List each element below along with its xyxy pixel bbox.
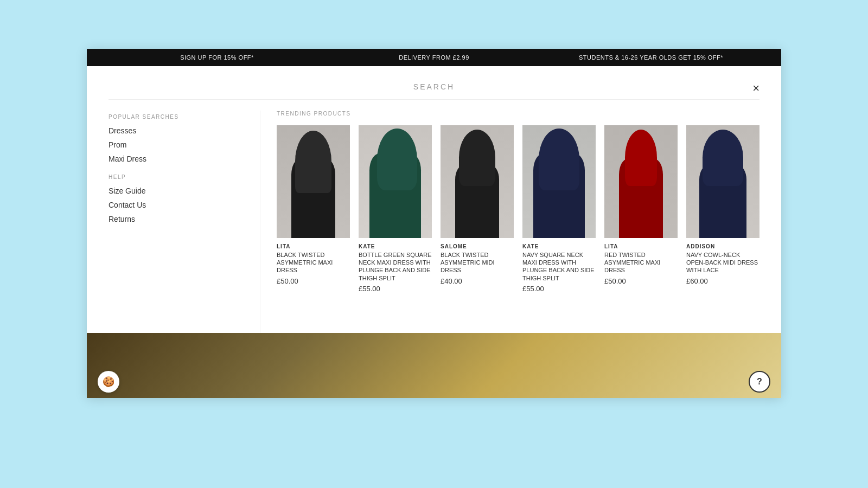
search-header: SEARCH × [108,77,760,100]
product-card-5[interactable]: LITA RED TWISTED ASYMMETRIC MAXI DRESS £… [604,125,678,293]
sidebar-link-contact-us[interactable]: Contact Us [108,201,244,209]
products-grid: LITA BLACK TWISTED ASYMMETRIC MAXI DRESS… [277,125,760,293]
sidebar-link-maxi[interactable]: Maxi Dress [108,155,244,163]
product-name-5: RED TWISTED ASYMMETRIC MAXI DRESS [604,251,678,274]
help-icon: ? [757,377,762,387]
product-image-1 [277,125,350,238]
cookie-button[interactable]: 🍪 [98,371,119,393]
popular-searches-section: POPULAR SEARCHES Dresses Prom Maxi Dress [108,114,244,163]
product-name-4: NAVY SQUARE NECK MAXI DRESS WITH PLUNGE … [522,251,596,282]
help-title: HELP [108,174,244,180]
search-products: TRENDING PRODUCTS LITA BLACK TWISTED ASY… [260,111,760,333]
help-button[interactable]: ? [749,371,770,393]
product-designer-4: KATE [522,243,596,249]
search-overlay: SEARCH × POPULAR SEARCHES Dresses Prom M… [87,66,781,333]
announcement-item-3: STUDENTS & 16-26 YEAR OLDS GET 15% OFF* [542,54,760,61]
product-image-6 [686,125,760,238]
product-card-4[interactable]: KATE NAVY SQUARE NECK MAXI DRESS WITH PL… [522,125,596,293]
hero-background: 🍪 ? [87,333,781,398]
product-card-3[interactable]: SALOME BLACK TWISTED ASYMMETRIC MIDI DRE… [441,125,514,293]
product-card-6[interactable]: ADDISON NAVY COWL-NECK OPEN-BACK MIDI DR… [686,125,760,293]
product-image-3 [441,125,514,238]
product-name-1: BLACK TWISTED ASYMMETRIC MAXI DRESS [277,251,350,274]
search-sidebar: POPULAR SEARCHES Dresses Prom Maxi Dress… [108,111,260,333]
trending-title: TRENDING PRODUCTS [277,111,760,117]
announcement-item-1: SIGN UP FOR 15% OFF* [108,54,326,61]
product-price-5: £50.00 [604,277,678,285]
product-price-2: £55.00 [359,285,432,293]
help-section: HELP Size Guide Contact Us Returns [108,174,244,223]
product-price-6: £60.00 [686,277,760,285]
product-price-1: £50.00 [277,277,350,285]
product-designer-1: LITA [277,243,350,249]
product-designer-2: KATE [359,243,432,249]
product-name-3: BLACK TWISTED ASYMMETRIC MIDI DRESS [441,251,514,274]
announcement-item-2: DELIVERY FROM £2.99 [326,54,542,61]
sidebar-link-returns[interactable]: Returns [108,215,244,223]
product-price-4: £55.00 [522,285,596,293]
search-content: POPULAR SEARCHES Dresses Prom Maxi Dress… [108,100,760,333]
product-card-1[interactable]: LITA BLACK TWISTED ASYMMETRIC MAXI DRESS… [277,125,350,293]
page-wrapper: SIGN UP FOR 15% OFF* DELIVERY FROM £2.99… [87,49,781,398]
product-designer-6: ADDISON [686,243,760,249]
close-button[interactable]: × [752,82,760,94]
announcement-bar: SIGN UP FOR 15% OFF* DELIVERY FROM £2.99… [87,49,781,66]
product-designer-3: SALOME [441,243,514,249]
product-designer-5: LITA [604,243,678,249]
product-image-2 [359,125,432,238]
search-title: SEARCH [413,82,455,91]
sidebar-link-prom[interactable]: Prom [108,140,244,149]
popular-searches-title: POPULAR SEARCHES [108,114,244,120]
product-image-4 [522,125,596,238]
product-card-2[interactable]: KATE BOTTLE GREEN SQUARE NECK MAXI DRESS… [359,125,432,293]
product-name-2: BOTTLE GREEN SQUARE NECK MAXI DRESS WITH… [359,251,432,282]
product-image-5 [604,125,678,238]
sidebar-link-size-guide[interactable]: Size Guide [108,187,244,195]
sidebar-link-dresses[interactable]: Dresses [108,126,244,135]
cookie-icon: 🍪 [103,376,114,388]
product-name-6: NAVY COWL-NECK OPEN-BACK MIDI DRESS WITH… [686,251,760,274]
product-price-3: £40.00 [441,277,514,285]
